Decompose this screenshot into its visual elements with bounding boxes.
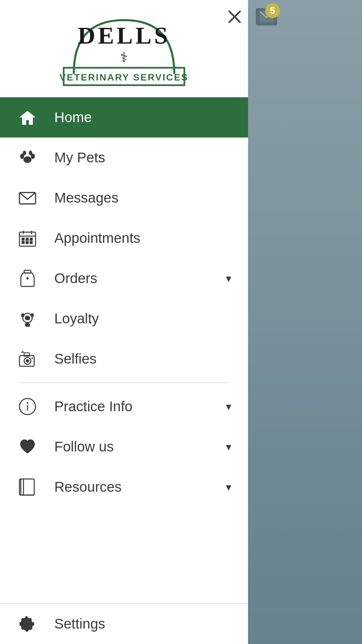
- nav-label-my-pets: My Pets: [54, 150, 231, 166]
- nav-label-messages: Messages: [54, 190, 231, 206]
- nav-label-loyalty: Loyalty: [54, 311, 231, 327]
- nav-label-home: Home: [54, 109, 231, 125]
- nav-item-loyalty[interactable]: Loyalty: [0, 299, 248, 339]
- svg-rect-34: [32, 358, 33, 359]
- nav-label-practice-info: Practice Info: [54, 398, 206, 415]
- nav-item-messages[interactable]: Messages: [0, 178, 248, 218]
- nav-item-selfies[interactable]: Selfies: [0, 339, 248, 379]
- svg-point-11: [29, 151, 32, 155]
- info-icon: [17, 396, 38, 417]
- home-icon: [17, 107, 38, 128]
- svg-text:VETERINARY SERVICES: VETERINARY SERVICES: [60, 72, 189, 83]
- orders-chevron-icon: ▾: [226, 272, 231, 285]
- svg-point-27: [25, 316, 30, 320]
- svg-text:DELLS: DELLS: [78, 22, 170, 49]
- practice-info-chevron-icon: ▾: [226, 400, 231, 413]
- nav-item-my-pets[interactable]: My Pets: [0, 138, 248, 178]
- loyalty-icon: [17, 308, 38, 329]
- overlay-dim: [248, 0, 362, 644]
- close-button[interactable]: [223, 5, 246, 29]
- camera-icon: [17, 348, 38, 370]
- svg-point-7: [23, 156, 32, 163]
- nav-item-follow-us[interactable]: Follow us ▾: [0, 427, 248, 467]
- nav-divider: [20, 382, 228, 383]
- nav-label-follow-us: Follow us: [54, 439, 206, 455]
- svg-point-10: [23, 151, 26, 155]
- book-icon: [17, 476, 38, 498]
- svg-point-28: [21, 313, 24, 317]
- nav-label-selfies: Selfies: [54, 351, 231, 367]
- close-button-area[interactable]: [221, 0, 248, 34]
- svg-point-29: [31, 313, 34, 317]
- follow-us-chevron-icon: ▾: [226, 440, 231, 453]
- svg-rect-19: [30, 238, 32, 240]
- svg-rect-22: [30, 241, 32, 244]
- nav-item-appointments[interactable]: Appointments: [0, 218, 248, 258]
- sidebar: DELLS ⚕ VETERINARY SERVICES Home: [0, 0, 248, 644]
- svg-point-37: [27, 402, 28, 404]
- svg-rect-20: [22, 241, 24, 244]
- notification-area[interactable]: 5: [253, 3, 280, 30]
- nav-label-appointments: Appointments: [54, 230, 231, 246]
- svg-point-32: [26, 359, 29, 363]
- mail-nav-icon: [17, 187, 38, 209]
- nav-item-home[interactable]: Home: [0, 97, 248, 138]
- nav-label-resources: Resources: [54, 479, 206, 495]
- svg-text:⚕: ⚕: [120, 50, 128, 65]
- svg-rect-17: [22, 238, 24, 240]
- calendar-icon: [17, 227, 38, 249]
- settings-area: Settings: [0, 603, 248, 644]
- gear-icon: [17, 613, 38, 635]
- svg-rect-38: [21, 479, 34, 495]
- close-icon: [227, 9, 243, 25]
- logo-container: DELLS ⚕ VETERINARY SERVICES: [54, 13, 194, 87]
- svg-rect-18: [26, 238, 28, 240]
- heart-icon: [17, 436, 38, 458]
- logo-svg: DELLS ⚕ VETERINARY SERVICES: [54, 13, 194, 87]
- notification-icon[interactable]: 5: [253, 3, 280, 30]
- nav-item-orders[interactable]: Orders ▾: [0, 258, 248, 299]
- nav-item-settings[interactable]: Settings: [0, 604, 248, 644]
- nav-item-resources[interactable]: Resources ▾: [0, 467, 248, 507]
- resources-chevron-icon: ▾: [226, 481, 231, 493]
- svg-rect-21: [26, 241, 28, 244]
- logo-area: DELLS ⚕ VETERINARY SERVICES: [0, 0, 248, 97]
- nav-item-practice-info[interactable]: Practice Info ▾: [0, 386, 248, 427]
- notification-badge: 5: [265, 3, 280, 18]
- nav-label-settings: Settings: [54, 616, 231, 632]
- paw-icon: [17, 147, 38, 168]
- bottle-icon: [17, 268, 38, 289]
- nav-label-orders: Orders: [54, 270, 206, 286]
